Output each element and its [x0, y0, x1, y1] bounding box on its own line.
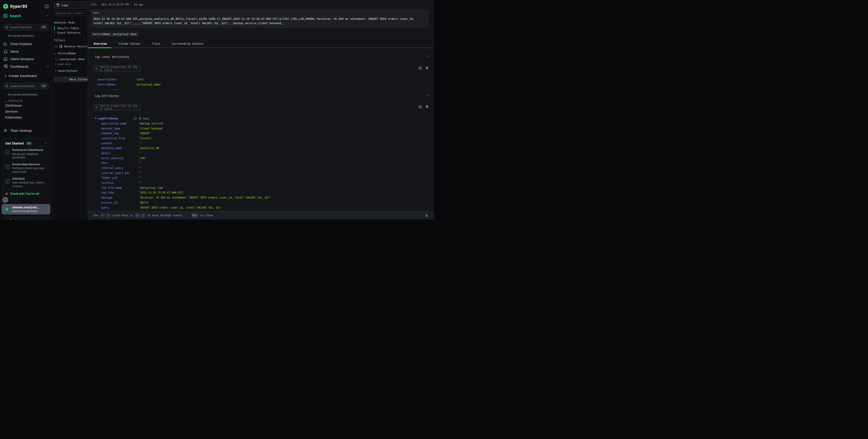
help-button[interactable]: ?: [2, 197, 8, 203]
avatar: D: [3, 206, 10, 213]
attribute-key[interactable]: message: [101, 196, 138, 199]
attribute-key[interactable]: application_name: [101, 122, 138, 125]
arrow-key: ←: [100, 213, 105, 218]
sidebar-item-client-sessions[interactable]: Client Sessions: [0, 55, 52, 63]
wrap-lines-icon[interactable]: [418, 67, 422, 69]
filter-value-label: postgresql-demo: [60, 58, 85, 61]
search-icon: [95, 106, 98, 109]
tab-column-values[interactable]: Column Values: [113, 42, 146, 48]
attribute-key[interactable]: hint: [101, 161, 138, 164]
attribute-key[interactable]: context: [101, 142, 138, 145]
tab-overview[interactable]: Overview: [88, 42, 113, 48]
attribute-key[interactable]: log.file.name: [101, 186, 138, 189]
attribute-row: log_time"2025-11-10 23:59:47.000 UTC": [101, 190, 420, 195]
attribute-value[interactable]: "postgresql.log": [138, 186, 164, 189]
attribute-key[interactable]: process_id: [101, 201, 138, 204]
attribute-value[interactable]: "": [138, 142, 142, 145]
attribute-value[interactable]: "": [138, 176, 142, 179]
attribute-key[interactable]: ServiceName: [98, 83, 135, 86]
tab-trace[interactable]: Trace: [146, 42, 166, 48]
get-started-task[interactable]: ✓Add DataStart sending logs, metrics, or…: [5, 177, 47, 188]
collapse-section-icon[interactable]: [427, 95, 429, 97]
attribute-key[interactable]: internal_query_pos: [101, 171, 138, 175]
get-started-task[interactable]: ✓Create Data SourcesConfigure where your…: [5, 163, 47, 174]
event-relative-time: 2d ago: [134, 3, 144, 6]
denoise-checkbox[interactable]: [54, 45, 57, 48]
log-attributes-search-input[interactable]: Search properties by key or value: [93, 104, 141, 111]
gear-icon[interactable]: ⚙: [426, 105, 429, 109]
attribute-value[interactable]: "postgresql-demo": [135, 83, 162, 86]
close-icon[interactable]: ×: [425, 213, 429, 218]
attribute-key[interactable]: error_severity: [101, 157, 138, 160]
sidebar-item-alerts[interactable]: Alerts: [0, 48, 52, 55]
attribute-row: query"INSERT INTO orders (user_id, total…: [101, 205, 420, 210]
party-icon: [5, 192, 9, 195]
user-menu[interactable]: D dominic.tran@clic... dominic.tran@clic…: [2, 204, 51, 215]
attribute-value[interactable]: "[local]": [138, 137, 153, 140]
attribute-key[interactable]: internal_query: [101, 166, 138, 169]
attribute-key[interactable]: location: [101, 181, 138, 184]
body-text[interactable]: 2025-11-10 23:59:47.000 UTC,postgres,ana…: [93, 17, 426, 25]
sidebar-item-dashboards[interactable]: Dashboards: [0, 63, 52, 70]
sidebar-item-label: Search: [10, 14, 45, 18]
product-updates-card[interactable]: Product updates: [2, 216, 50, 220]
divider: [88, 90, 434, 90]
brand-title: HyperDX: [10, 4, 42, 9]
get-started-task[interactable]: ✓Connect to ClickHouseSet up your databa…: [5, 148, 47, 160]
saved-dashboards-input[interactable]: Saved Dashboards ⌘K: [3, 83, 49, 89]
saved-searches-input[interactable]: Saved Searches ⌘K: [3, 24, 49, 30]
tab-surrounding-context[interactable]: Surrounding Context: [166, 42, 209, 48]
attribute-value[interactable]: "duration: 45.950 ms statement: INSERT I…: [138, 196, 271, 199]
attribute-key[interactable]: command_tag: [101, 132, 138, 135]
preset-clickhouse[interactable]: ClickHouse: [0, 102, 52, 108]
attribute-value[interactable]: "LOG": [138, 157, 147, 160]
presets-toggle[interactable]: PRESETS: [0, 96, 52, 102]
create-dashboard-button[interactable]: + Create Dashboard: [0, 72, 52, 80]
sidebar-item-label: Alerts: [10, 50, 49, 53]
sidebar-collapse-icon[interactable]: [44, 5, 49, 8]
attribute-value[interactable]: "client backend": [138, 127, 164, 130]
collapse-triangle-icon[interactable]: [95, 118, 97, 119]
attribute-value[interactable]: "analytics_db": [138, 147, 161, 150]
footer-text: to move through events: [148, 214, 182, 217]
sidebar-item-search[interactable]: Search: [0, 12, 52, 20]
attribute-value[interactable]: "info": [135, 78, 145, 81]
chevron-right-icon: ›: [48, 208, 49, 211]
filter-checkbox[interactable]: [55, 58, 58, 61]
preset-services[interactable]: Services: [0, 108, 52, 115]
denoise-icon: [59, 45, 62, 48]
sidebar-item-team-settings[interactable]: ⚙ Team Settings: [0, 127, 52, 134]
collapse-section-icon[interactable]: [427, 56, 429, 58]
attribute-value[interactable]: "INSERT INTO orders (user_id, total) VAL…: [138, 206, 222, 209]
attribute-value[interactable]: "backup_service": [138, 122, 164, 125]
attribute-key[interactable]: LogAttributes: [98, 117, 133, 120]
attribute-key[interactable]: log_time: [101, 191, 138, 194]
log-attributes-title: Log Attributes: [95, 94, 119, 98]
top-level-section-icons: ⚙: [418, 66, 429, 70]
attribute-key[interactable]: leader_pid: [101, 176, 138, 179]
attribute-value[interactable]: "2025-11-10 23:59:47.000 UTC": [138, 191, 184, 194]
attribute-key[interactable]: database_name: [101, 147, 138, 150]
sidebar-item-chart-explorer[interactable]: Chart Explorer: [0, 40, 52, 48]
attribute-value[interactable]: "": [138, 171, 142, 175]
attribute-value[interactable]: "": [138, 161, 142, 164]
preset-kubernetes[interactable]: Kubernetes: [0, 115, 52, 120]
attribute-row: backend_type"client backend": [101, 126, 420, 131]
attribute-key[interactable]: connection_from: [101, 137, 138, 140]
attribute-value[interactable]: "": [138, 152, 142, 155]
chevron-up-icon[interactable]: [45, 143, 47, 145]
attribute-key[interactable]: query: [101, 206, 138, 209]
service-name-tag[interactable]: ServiceName: postgresql-demo: [90, 32, 139, 37]
attribute-key[interactable]: detail: [101, 152, 138, 155]
attribute-value[interactable]: "": [138, 166, 142, 169]
attribute-value[interactable]: "88711": [138, 201, 150, 204]
top-level-search-input[interactable]: Search properties by key or value: [93, 65, 141, 72]
gear-icon[interactable]: ⚙: [426, 66, 429, 70]
attribute-key[interactable]: backend_type: [101, 127, 138, 130]
attribute-key[interactable]: SeverityText: [98, 78, 135, 81]
top-level-attribute-rows: SeverityText"info"ServiceName"postgresql…: [98, 77, 417, 87]
wrap-lines-icon[interactable]: [418, 105, 422, 108]
attribute-value[interactable]: "INSERT": [138, 132, 151, 135]
tab-track: [88, 48, 434, 48]
attribute-value[interactable]: "": [138, 181, 142, 184]
